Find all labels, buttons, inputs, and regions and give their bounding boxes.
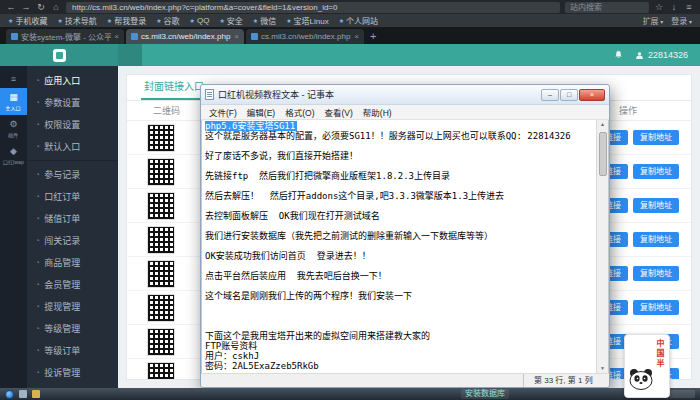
sidebar-group-records: 参与记录 口红订单 储值订单 闯关记录 商品管理 会员管理 提现管理 等级管理 … [27, 160, 118, 383]
menu-item[interactable]: 编辑(E) [242, 106, 280, 118]
navbar-item[interactable] [118, 44, 142, 66]
sidebar-item-label: 参与记录 [44, 168, 80, 181]
windows-taskbar: 安装数据库 中 [0, 388, 700, 400]
user-menu[interactable]: 22814326 [635, 50, 688, 60]
bookmark-item[interactable]: 技术导航 [57, 15, 96, 26]
notepad-line: OK安装成功我们访问首页 登录进去！！ [205, 251, 593, 261]
tab-close-icon[interactable] [114, 32, 119, 41]
qr-code [147, 294, 175, 322]
navbar-item[interactable] [142, 44, 166, 66]
bookmark-star-icon [339, 17, 344, 24]
browser-search-input[interactable] [565, 2, 649, 13]
rail-item[interactable]: ≡ [0, 70, 27, 88]
sidebar-item[interactable]: 默认入口 [27, 135, 118, 157]
sidebar-item[interactable]: 权限设置 [27, 113, 118, 135]
sidebar-item[interactable]: 投诉管理 [27, 361, 118, 383]
tab-close-icon[interactable] [234, 32, 239, 41]
tab-cover-link-entry[interactable]: 封面链接入口 [141, 74, 207, 100]
navbar-item[interactable] [238, 44, 262, 66]
tab-close-icon[interactable] [354, 32, 359, 41]
notepad-scrollbar[interactable] [596, 120, 608, 373]
close-button[interactable] [579, 89, 605, 101]
browser-control-menu[interactable]: 扩展 [643, 15, 664, 26]
app-logo[interactable] [0, 44, 118, 66]
start-button[interactable] [5, 390, 14, 399]
scroll-thumb[interactable] [599, 132, 607, 176]
rail-item[interactable]: ⚙ 插件 [0, 115, 27, 142]
bookmark-item[interactable]: 安全 [219, 15, 242, 26]
sidebar-item[interactable]: 提现管理 [27, 295, 118, 317]
url-bar[interactable]: http://cs.mil3.cn/web/index.php?c=platfo… [66, 2, 560, 13]
taskbar-app-icon[interactable] [19, 390, 27, 398]
navbar-item[interactable] [214, 44, 238, 66]
downloads-icon[interactable] [669, 0, 679, 14]
sidebar-rail: ≡ ▦ 主入口 ⚙ 插件 ◆ 口红|wap [0, 66, 27, 388]
notepad-line [205, 241, 593, 251]
notification-bell-icon[interactable] [614, 50, 623, 60]
copy-address-button[interactable]: 复制地址 [633, 198, 679, 213]
sidebar-item[interactable]: 参与记录 [27, 163, 118, 185]
copy-address-button[interactable]: 复制地址 [633, 232, 679, 247]
bookmark-item[interactable]: 手机收藏 [8, 15, 47, 26]
menu-item[interactable]: 文件(F) [204, 106, 242, 118]
home-icon[interactable] [51, 0, 61, 14]
new-tab-button[interactable] [370, 30, 376, 42]
bookmark-item[interactable]: 谷歌 [156, 15, 179, 26]
user-id: 22814326 [648, 50, 688, 60]
reload-icon[interactable] [36, 0, 46, 14]
browser-control-menu[interactable]: 登录 [671, 15, 692, 26]
minimize-button[interactable] [541, 89, 559, 101]
bookmark-item[interactable]: 帮我登录 [107, 15, 146, 26]
copy-address-button[interactable]: 复制地址 [633, 266, 679, 281]
taskbar-app-button[interactable]: 安装数据库 [461, 389, 509, 399]
favorite-icon[interactable] [654, 0, 664, 14]
action-column-header: 操作 [619, 104, 637, 117]
browser-menu-icon[interactable] [684, 0, 694, 14]
navbar-item[interactable] [166, 44, 190, 66]
bookmark-star-icon [8, 17, 13, 24]
sidebar-item-icon [37, 347, 39, 353]
sidebar-item[interactable]: 口红订单 [27, 185, 118, 207]
rail-item-label: 主入口 [6, 104, 21, 112]
system-tray[interactable] [669, 390, 695, 398]
bookmark-star-icon [253, 17, 258, 24]
navbar-item[interactable] [190, 44, 214, 66]
bookmark-item[interactable]: 宝塔Linux [286, 15, 329, 26]
sidebar-item[interactable]: 会员管理 [27, 273, 118, 295]
sidebar-item-label: 应用入口 [44, 74, 80, 87]
maximize-button[interactable] [560, 89, 578, 101]
tab-favicon [251, 33, 258, 40]
browser-tab[interactable]: cs.mil3.cn/web/index.php?c=... [126, 29, 244, 44]
bookmark-item[interactable]: 个人网站 [339, 15, 378, 26]
bookmark-item[interactable]: QQ [190, 15, 210, 26]
notepad-titlebar[interactable]: 口红机视频教程文本 - 记事本 [201, 85, 609, 105]
notepad-line: 这个就是服务器基本的配置，必须要SG11！！服务器可以上网买也可以联系QQ: 2… [205, 131, 593, 141]
menu-item[interactable]: 格式(O) [280, 106, 319, 118]
sidebar-item[interactable]: 等级订单 [27, 339, 118, 361]
back-icon[interactable] [6, 0, 16, 14]
notepad-line: 好了废话不多说，我们直接开始搭建！ [205, 151, 593, 161]
forward-icon[interactable] [21, 0, 31, 14]
browser-tab[interactable]: 安装system-微擎 - 公众平台首页 [6, 29, 124, 44]
sidebar-item[interactable]: 参数设置 [27, 91, 118, 113]
menu-item[interactable]: 查看(V) [319, 106, 357, 118]
sidebar-item[interactable]: 商品管理 [27, 251, 118, 273]
menu-item[interactable]: 帮助(H) [358, 106, 397, 118]
sidebar-item[interactable]: 闯关记录 [27, 229, 118, 251]
taskbar-app-icon[interactable] [32, 390, 40, 398]
sidebar-item[interactable]: 等级管理 [27, 317, 118, 339]
copy-address-button[interactable]: 复制地址 [633, 300, 679, 315]
browser-tab[interactable]: cs.mil3.cn/web/index.php?c=... [246, 29, 364, 44]
scroll-down-icon[interactable] [597, 364, 608, 373]
sidebar-item-icon [37, 281, 39, 287]
rail-item[interactable]: ▦ 主入口 [0, 88, 27, 115]
scroll-up-icon[interactable] [597, 120, 608, 129]
copy-address-button[interactable]: 复制地址 [633, 164, 679, 179]
panda-icon [628, 368, 654, 394]
rail-item[interactable]: ◆ 口红|wap [0, 142, 27, 169]
notepad-text-area[interactable]: php5.6安装宝塔SG11这个就是服务器基本的配置，必须要SG11！！服务器可… [202, 120, 596, 373]
sidebar-item[interactable]: 储值订单 [27, 207, 118, 229]
copy-address-button[interactable]: 复制地址 [633, 130, 679, 145]
sidebar-item[interactable]: 应用入口 [27, 69, 118, 91]
bookmark-item[interactable]: 微信 [253, 15, 276, 26]
